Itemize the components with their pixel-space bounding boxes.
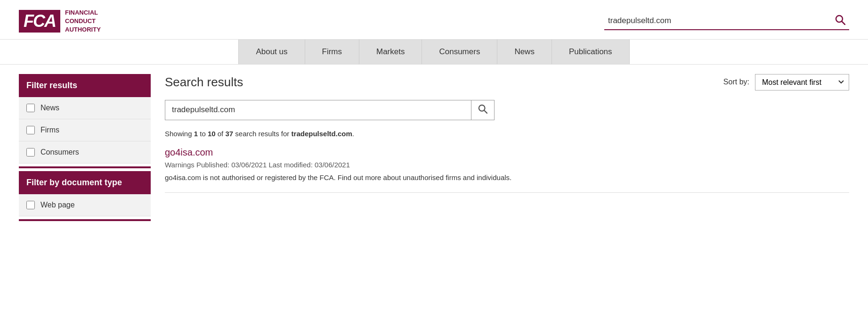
filter-consumers[interactable]: Consumers <box>19 141 151 164</box>
filter-consumers-label: Consumers <box>41 148 79 156</box>
content-search-input[interactable] <box>165 100 471 119</box>
content-search-button[interactable] <box>471 100 494 120</box>
filter-webpage-checkbox[interactable] <box>26 201 35 209</box>
filter-firms[interactable]: Firms <box>19 119 151 141</box>
header: FCA FINANCIAL CONDUCT AUTHORITY <box>0 0 868 40</box>
header-search-button[interactable] <box>831 13 849 29</box>
nav-item-firms[interactable]: Firms <box>305 40 359 64</box>
filter-webpage-label: Web page <box>41 201 75 209</box>
results-info: Showing 1 to 10 of 37 search results for… <box>165 130 849 138</box>
search-icon <box>835 15 845 25</box>
result-title-link[interactable]: go4isa.com <box>165 147 213 157</box>
results-query: tradepulseltd.com <box>292 130 352 138</box>
result-description: go4isa.com is not authorised or register… <box>165 173 849 183</box>
filter-firms-label: Firms <box>41 126 59 134</box>
sort-label: Sort by: <box>723 78 749 86</box>
nav-item-markets[interactable]: Markets <box>359 40 422 64</box>
result-meta: Warnings Published: 03/06/2021 Last modi… <box>165 161 849 169</box>
fca-logo: FCA <box>19 10 60 33</box>
content-header: Search results Sort by: Most relevant fi… <box>165 74 849 91</box>
content-search-bar <box>165 100 495 120</box>
results-title: Search results <box>165 75 243 90</box>
nav-item-news[interactable]: News <box>497 40 552 64</box>
results-from: 1 <box>194 130 198 138</box>
nav-item-about-us[interactable]: About us <box>238 40 305 64</box>
filter-webpage[interactable]: Web page <box>19 194 151 216</box>
results-to: 10 <box>208 130 216 138</box>
nav-item-consumers[interactable]: Consumers <box>422 40 497 64</box>
main-nav: About us Firms Markets Consumers News Pu… <box>0 40 868 65</box>
results-total: 37 <box>225 130 233 138</box>
sort-select[interactable]: Most relevant first Newest first Oldest … <box>755 74 849 91</box>
search-icon <box>478 104 487 114</box>
filter-doctype-header: Filter by document type <box>19 171 151 194</box>
svg-line-1 <box>842 21 845 25</box>
logo-area: FCA FINANCIAL CONDUCT AUTHORITY <box>19 8 101 34</box>
header-search-bar <box>604 13 849 30</box>
filter-news-checkbox[interactable] <box>26 104 35 112</box>
filter-doctype-divider <box>19 219 151 221</box>
filter-consumers-checkbox[interactable] <box>26 148 35 156</box>
result-item: go4isa.com Warnings Published: 03/06/202… <box>165 147 849 193</box>
filter-firms-checkbox[interactable] <box>26 126 35 134</box>
sidebar: Filter results News Firms Consumers Filt… <box>19 65 151 224</box>
header-search-input[interactable] <box>604 13 831 28</box>
sort-area: Sort by: Most relevant first Newest firs… <box>723 74 849 91</box>
filter-news[interactable]: News <box>19 97 151 119</box>
filter-divider <box>19 166 151 168</box>
logo-subtitle: FINANCIAL CONDUCT AUTHORITY <box>65 8 101 34</box>
nav-item-publications[interactable]: Publications <box>552 40 630 64</box>
content-area: Search results Sort by: Most relevant fi… <box>165 65 849 224</box>
filter-results-header: Filter results <box>19 74 151 97</box>
filter-news-label: News <box>41 104 59 112</box>
main-layout: Filter results News Firms Consumers Filt… <box>0 65 868 224</box>
svg-line-3 <box>484 110 487 113</box>
